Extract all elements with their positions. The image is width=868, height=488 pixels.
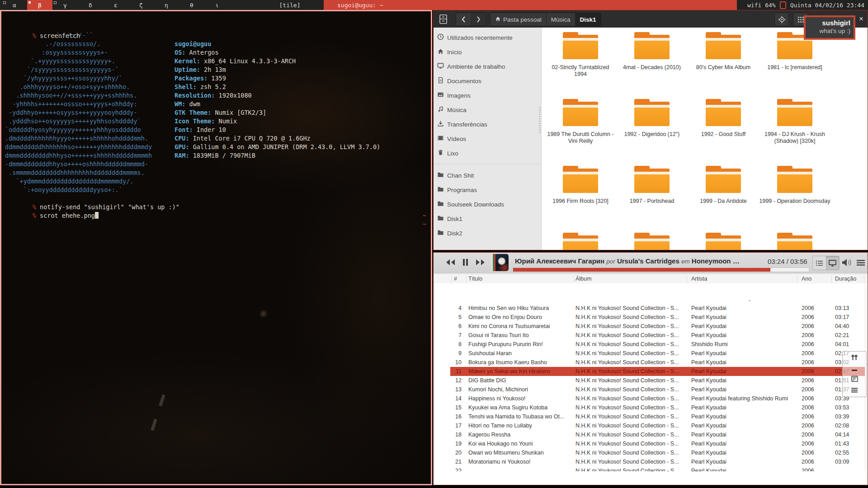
track-row-17[interactable]: 17Hitori no Tame no LullabyN.H.K ni Youk… <box>434 421 868 430</box>
folder-item[interactable]: 02-Strictly Turntablized 1994 <box>545 32 616 78</box>
breadcrumb-disk1[interactable]: Disk1 <box>576 13 601 26</box>
track-row-4[interactable]: 4Himitsu no Sen wo Hiku YatsuraN.H.K ni … <box>434 304 868 313</box>
sysinfo-value: 1839MiB / 7907MiB <box>189 152 255 159</box>
track-row-9[interactable]: 9Suishoutai HaranN.H.K ni Youkoso! Sound… <box>434 349 868 358</box>
layout-indicator[interactable]: [tile] <box>256 0 324 10</box>
next-track-button[interactable] <box>474 256 486 268</box>
location-crosshair-button[interactable] <box>774 13 789 26</box>
sidebar-item-ambiente-de-trabalho[interactable]: Ambiente de trabalho <box>434 59 541 74</box>
folder-item[interactable]: 1994 - DJ Krush - Krush (Shadow) [320k] <box>759 99 830 145</box>
sidebar-item-chan-shit[interactable]: Chan Shit <box>434 168 541 183</box>
folder-item[interactable]: 1999 - Operation Doomsday <box>759 166 830 205</box>
file-cabinet-icon[interactable] <box>437 13 449 25</box>
breadcrumb-pasta-pessoal[interactable]: Pasta pessoal <box>491 13 547 26</box>
previous-track-button[interactable] <box>444 256 456 268</box>
sidebar-item-documentos[interactable]: Documentos <box>434 74 541 88</box>
sidebar-item-transferências[interactable]: Transferências <box>434 117 541 131</box>
column-header-álbum[interactable]: Álbum <box>576 274 591 283</box>
volume-icon[interactable] <box>840 257 854 268</box>
folder-icon <box>633 99 671 127</box>
sidebar-item-música[interactable]: Música <box>434 103 541 117</box>
track-row-11[interactable]: 11Maken yo Sekai wo Kiri HirakeroN.H.K n… <box>434 367 868 376</box>
folder-item[interactable]: 1992 - Digeridoo (12") <box>616 99 688 138</box>
workspace-tag-γ[interactable]: γ <box>52 0 78 10</box>
folder-icon <box>561 32 599 60</box>
remove-icon[interactable] <box>852 365 857 373</box>
sidebar-item-disk2[interactable]: Disk2 <box>434 226 541 240</box>
track-row-21[interactable]: 21Moratoriamu ni Youkoso!N.H.K ni Youkos… <box>434 457 868 466</box>
sysinfo-value: dwm <box>185 100 200 108</box>
sidebar-item-vídeos[interactable]: Vídeos <box>434 131 541 146</box>
column-header-ano[interactable]: Ano <box>802 274 811 283</box>
sidebar-item-soulseek-downloads[interactable]: Soulseek Downloads <box>434 197 541 211</box>
track-row-22[interactable]: 22N.H.K ni Youkoso! Sound Collection - S… <box>434 466 868 471</box>
track-cell-artist: Pearl Kyoudai <box>691 322 795 331</box>
sidebar-item-início[interactable]: Início <box>434 45 541 59</box>
notification-popup[interactable]: sushigirl what's up :) <box>804 15 855 40</box>
workspace-tag-δ[interactable]: δ <box>78 0 103 10</box>
folder-item[interactable] <box>759 233 830 250</box>
hamburger-menu-icon[interactable] <box>855 258 866 267</box>
folder-item[interactable]: 1997 - Portishead <box>616 166 688 205</box>
workspace-tag-ζ[interactable]: ζ <box>128 0 154 10</box>
workspace-tag-β[interactable]: β <box>27 0 52 10</box>
menu-icon[interactable] <box>851 386 858 394</box>
folder-item[interactable]: 4mat - Decades (2010) <box>616 32 688 71</box>
album-art[interactable] <box>491 254 509 271</box>
workspace-tag-α[interactable]: α <box>2 0 27 10</box>
sidebar-item-imagens[interactable]: Imagens <box>434 88 541 103</box>
pause-button[interactable] <box>459 256 471 268</box>
track-row-8[interactable]: 8Fushigi Purupuru Pururin Rin!N.H.K ni Y… <box>434 340 868 349</box>
track-cell-album: N.H.K ni Youkoso! Sound Collection - S..… <box>576 394 685 403</box>
track-row-10[interactable]: 10Bokura ga Itsumo Kaeru BashoN.H.K ni Y… <box>434 358 868 367</box>
track-row-7[interactable]: 7Gosui ni Tarasu Tsuri ItoN.H.K ni Youko… <box>434 331 868 340</box>
column-header-#[interactable]: # <box>454 274 457 283</box>
sidebar-item-programas[interactable]: Programas <box>434 183 541 197</box>
track-row-14[interactable]: 14Happiness ni Youkoso!N.H.K ni Youkoso!… <box>434 394 868 403</box>
list-view-button[interactable] <box>813 256 826 270</box>
monitor-view-button[interactable] <box>826 256 839 270</box>
track-row-15[interactable]: 15Kyuukei wa Ama Sugiru KotobaN.H.K ni Y… <box>434 403 868 412</box>
folder-item[interactable]: 1999 - Da Antidote <box>688 166 759 205</box>
workspace-tag-θ[interactable]: θ <box>179 0 204 10</box>
folder-item[interactable] <box>688 233 759 250</box>
back-button[interactable] <box>456 13 471 26</box>
folder-item[interactable]: 1992 - Good Stuff <box>688 99 759 138</box>
track-row-6[interactable]: 6Kimi no Corona ni TsutsumaretaiN.H.K ni… <box>434 322 868 331</box>
workspace-tag-η[interactable]: η <box>154 0 179 10</box>
track-row-5[interactable]: 5Omae to Ore no Enjou DouroN.H.K ni Youk… <box>434 313 868 322</box>
sidebar-scroll-handle[interactable] <box>539 107 541 134</box>
folder-item[interactable] <box>616 233 688 250</box>
folder-item[interactable]: 80's Cyber Mix Album <box>688 32 759 71</box>
track-row-16[interactable]: 16Tenshi wa Namida to Tsubasa wo Ot...N.… <box>434 412 868 421</box>
close-window-button[interactable]: × <box>857 13 866 25</box>
folder-item[interactable]: 1989 The Durutti Column - Vini Reilly <box>545 99 616 145</box>
folder-item[interactable] <box>545 233 616 250</box>
sidebar-item-lixo[interactable]: Lixo <box>434 146 541 160</box>
track-row-13[interactable]: 13Kumori Nochi, MichinoriN.H.K ni Youkos… <box>434 385 868 394</box>
sidebar-item-utilizados-recentemente[interactable]: Utilizados recentemente <box>434 30 541 45</box>
workspace-tag-ε[interactable]: ε <box>103 0 128 10</box>
forward-button[interactable] <box>471 13 486 26</box>
column-header-duração[interactable]: Duração <box>835 274 856 283</box>
column-header-artista[interactable]: Artista <box>691 274 707 283</box>
move-top-icon[interactable] <box>851 354 858 362</box>
breadcrumb-música[interactable]: Música <box>547 13 576 26</box>
workspace-tag-ι[interactable]: ι <box>204 0 230 10</box>
track-row-12[interactable]: 12DIG Battle DIGN.H.K ni Youkoso! Sound … <box>434 376 868 385</box>
track-row-19[interactable]: 19Koi wa Houkago no YouniN.H.K ni Youkos… <box>434 439 868 448</box>
column-header-título[interactable]: Título <box>468 274 482 283</box>
folder-item[interactable]: 1996 Firm Roots [320] <box>545 166 616 205</box>
track-cell-album: N.H.K ni Youkoso! Sound Collection - S..… <box>576 358 685 367</box>
track-cell-album: N.H.K ni Youkoso! Sound Collection - S..… <box>576 376 685 385</box>
track-row-20[interactable]: 20Owari wo Mitsumeru ShunkanN.H.K ni You… <box>434 448 868 457</box>
tracklist-header: #TítuloÁlbumArtistaAnoDuração <box>434 274 868 284</box>
folder-icon <box>633 166 671 194</box>
playlist-icon[interactable] <box>851 375 858 384</box>
terminal-window[interactable]: % screenfetch `.-/::/-`` .-/osssssssso/.… <box>0 10 432 485</box>
folder-icon <box>776 166 814 194</box>
seek-bar[interactable] <box>513 267 809 272</box>
sidebar-item-disk1[interactable]: Disk1 <box>434 211 541 226</box>
track-row-18[interactable]: 18Kagerou ResshaN.H.K ni Youkoso! Sound … <box>434 430 868 439</box>
sysinfo-value: Antergos <box>185 49 218 56</box>
